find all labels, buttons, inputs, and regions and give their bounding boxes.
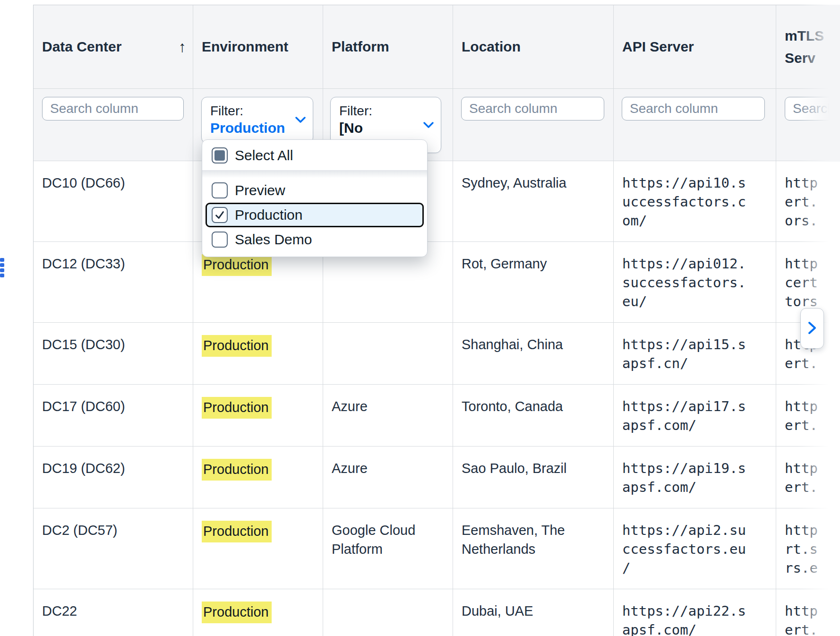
cell-api-server: https://api22.sapsf.com/ xyxy=(614,589,776,636)
highlighted-match: Production xyxy=(202,521,272,542)
cell-platform xyxy=(323,323,453,385)
environment-filter-dropdown-button[interactable]: Filter: Production xyxy=(201,97,313,143)
column-label: Environment xyxy=(202,39,288,55)
data-center-table: Data Center ↑ Environment Platform Locat… xyxy=(33,5,840,636)
column-header-mtls-server[interactable]: mTLS Serv xyxy=(776,5,840,89)
table-row: DC15 (DC30) Production Shanghai, China h… xyxy=(34,323,840,385)
column-header-location[interactable]: Location xyxy=(453,5,614,89)
highlighted-match: Production xyxy=(202,397,272,419)
column-header-platform[interactable]: Platform xyxy=(323,5,453,89)
table-row: DC22 Production Dubai, UAE https://api22… xyxy=(34,589,840,636)
filter-value: Production xyxy=(210,119,292,137)
search-input-api-server[interactable] xyxy=(622,97,765,120)
highlighted-match: Production xyxy=(202,602,272,623)
column-label: API Server xyxy=(622,39,694,55)
cell-mtls-server: httpert.ors. xyxy=(776,161,840,242)
table-body: DC10 (DC66) Production Sydney, Australia… xyxy=(34,161,840,636)
column-label: Data Center xyxy=(42,39,121,55)
column-header-data-center[interactable]: Data Center ↑ xyxy=(34,5,193,89)
cell-environment: Production xyxy=(193,589,323,636)
search-input-data-center[interactable] xyxy=(42,97,184,120)
cell-location: Toronto, Canada xyxy=(453,385,614,447)
environment-filter-dropdown-menu: Select All Preview Production Sales Demo xyxy=(202,139,428,257)
cell-mtls-server: httpert. xyxy=(776,447,840,508)
chevron-down-icon xyxy=(423,121,434,130)
cell-location: Dubai, UAE xyxy=(453,589,614,636)
cell-environment: Production xyxy=(193,447,323,508)
cell-mtls-server: httpert. xyxy=(776,589,840,636)
highlighted-match: Production xyxy=(202,335,272,357)
table-row: DC17 (DC60) Production Azure Toronto, Ca… xyxy=(34,385,840,447)
scroll-columns-right-button[interactable] xyxy=(800,308,824,349)
dropdown-item-label: Preview xyxy=(235,182,285,198)
cell-location: Rot, Germany xyxy=(453,242,614,323)
column-header-environment[interactable]: Environment xyxy=(193,5,323,89)
cell-environment: Production xyxy=(193,323,323,385)
cell-location: Eemshaven, The Netherlands xyxy=(453,508,614,589)
cell-api-server: https://api10.successfactors.com/ xyxy=(614,161,776,242)
chevron-down-icon xyxy=(295,116,306,125)
table-row: DC10 (DC66) Production Sydney, Australia… xyxy=(34,161,840,242)
cell-data-center: DC22 xyxy=(34,589,193,636)
checkbox-indeterminate-icon[interactable] xyxy=(212,147,228,163)
dropdown-item-label: Production xyxy=(235,207,302,223)
dropdown-item-label: Sales Demo xyxy=(235,232,312,248)
cell-data-center: DC2 (DC57) xyxy=(34,508,193,589)
cell-api-server: https://api2.successfactors.eu/ xyxy=(614,508,776,589)
cell-location: Shanghai, China xyxy=(453,323,614,385)
cell-api-server: https://api19.sapsf.com/ xyxy=(614,447,776,508)
checkbox-unchecked-icon[interactable] xyxy=(212,182,228,198)
cell-data-center: DC17 (DC60) xyxy=(34,385,193,447)
filter-cell-api-server xyxy=(614,89,776,161)
column-header-api-server[interactable]: API Server xyxy=(614,5,776,89)
table-row: DC19 (DC62) Production Azure Sao Paulo, … xyxy=(34,447,840,508)
dropdown-group-separator xyxy=(202,170,427,178)
filter-cell-data-center xyxy=(34,89,193,161)
cell-platform: Google Cloud Platform xyxy=(323,508,453,589)
dropdown-item-select-all[interactable]: Select All xyxy=(206,143,424,168)
search-input-mtls-server[interactable] xyxy=(785,97,840,120)
filter-label: Filter: xyxy=(210,103,292,119)
cell-platform xyxy=(323,589,453,636)
column-label: Platform xyxy=(332,39,389,55)
checkbox-unchecked-icon[interactable] xyxy=(212,232,228,248)
column-label: Location xyxy=(462,39,521,55)
sort-ascending-icon: ↑ xyxy=(179,38,186,56)
table-header-row: Data Center ↑ Environment Platform Locat… xyxy=(34,5,840,89)
cell-api-server: https://api17.sapsf.com/ xyxy=(614,385,776,447)
cell-data-center: DC10 (DC66) xyxy=(34,161,193,242)
cell-environment: Production xyxy=(193,385,323,447)
table-row: DC12 (DC33) Production Rot, Germany http… xyxy=(34,242,840,323)
cell-location: Sao Paulo, Brazil xyxy=(453,447,614,508)
left-edge-blue-dots xyxy=(0,258,4,277)
cell-platform: Azure xyxy=(323,447,453,508)
table-row: DC2 (DC57) Production Google Cloud Platf… xyxy=(34,508,840,589)
filter-label: Filter: xyxy=(339,103,420,119)
dropdown-item-sales-demo[interactable]: Sales Demo xyxy=(206,227,424,252)
dropdown-item-label: Select All xyxy=(235,147,293,163)
column-label: mTLS Serv xyxy=(785,25,824,69)
cell-mtls-server: httpert. xyxy=(776,385,840,447)
cell-data-center: DC19 (DC62) xyxy=(34,447,193,508)
filter-cell-location xyxy=(453,89,614,161)
chevron-right-icon xyxy=(807,321,817,336)
cell-environment: Production xyxy=(193,508,323,589)
cell-data-center: DC12 (DC33) xyxy=(34,242,193,323)
screen: Data Center ↑ Environment Platform Locat… xyxy=(0,0,840,636)
cell-platform: Azure xyxy=(323,385,453,447)
dropdown-item-preview[interactable]: Preview xyxy=(206,178,424,203)
table-filter-row: Filter: Production Filter: [No Selection… xyxy=(34,89,840,161)
checkbox-checked-icon[interactable] xyxy=(212,207,228,223)
filter-cell-mtls-server xyxy=(776,89,840,161)
cell-api-server: https://api012.successfactors.eu/ xyxy=(614,242,776,323)
cell-data-center: DC15 (DC30) xyxy=(34,323,193,385)
highlighted-match: Production xyxy=(202,459,272,481)
cell-mtls-server: httprt.srs.e xyxy=(776,508,840,589)
cell-location: Sydney, Australia xyxy=(453,161,614,242)
dropdown-item-production[interactable]: Production xyxy=(206,203,424,227)
cell-api-server: https://api15.sapsf.cn/ xyxy=(614,323,776,385)
highlighted-match: Production xyxy=(202,254,272,276)
search-input-location[interactable] xyxy=(461,97,604,120)
